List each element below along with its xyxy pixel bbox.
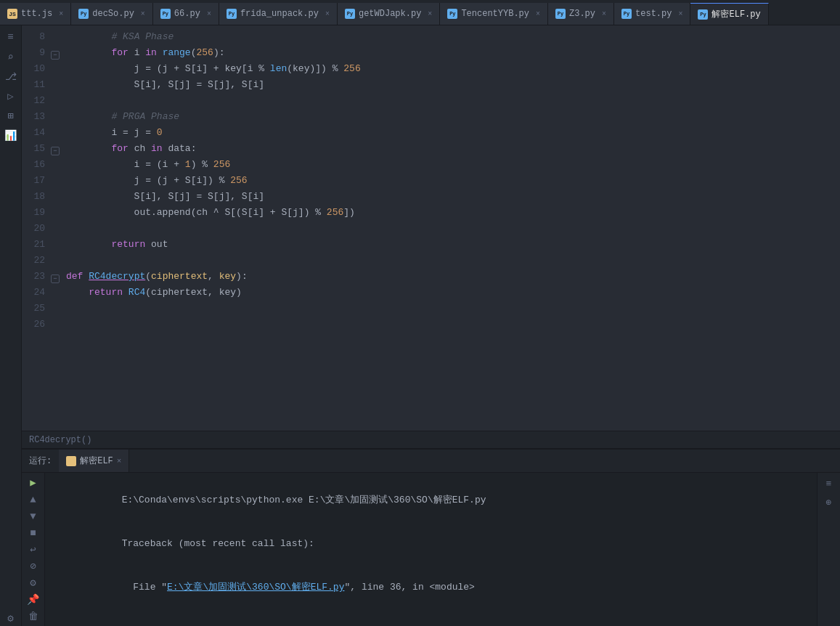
wrap-icon[interactable]: ↩ [26,543,41,556]
activity-icon-search[interactable]: ⌕ [3,49,19,65]
code-line-24: return RC4(ciphertext, key) [66,285,840,301]
line-num-14: 14 [22,125,45,141]
code-line-8: # KSA Phase [66,29,840,45]
tab-close[interactable]: × [207,10,211,18]
line-num-18: 18 [22,189,45,205]
line-numbers: 8 9 10 11 12 13 14 15 16 17 18 19 20 21 [22,29,51,427]
tab-icon-py: Py [345,9,355,19]
code-line-12 [66,93,840,109]
terminal-toolbar: ▶ ▲ ▼ ■ ↩ ⊘ ⚙ 📌 🗑 [22,473,45,626]
tab-icon-py: Py [78,9,89,19]
terminal-body: ▶ ▲ ▼ ■ ↩ ⊘ ⚙ 📌 🗑 E:\Conda\envs\scripts\… [22,473,840,626]
activity-icon-statistics[interactable]: 📊 [3,127,19,143]
side-icon-2[interactable]: ⊕ [822,495,836,510]
tab-icon-py: Py [698,9,708,20]
line-num-22: 22 [22,253,45,269]
tab-label: test.py [635,9,672,19]
terminal-side: ≡ ⊕ [817,473,840,626]
terminal-cmd-line: E:\Conda\envs\scripts\python.exe E:\文章\加… [54,479,808,522]
tab-decrypt-elf[interactable]: Py 解密ELF.py [690,3,768,25]
tab-test-py[interactable]: Py test.py × [614,3,690,25]
tab-66-py[interactable]: Py 66.py × [153,3,219,25]
pin-icon[interactable]: 📌 [26,593,41,606]
breadcrumb-text: RC4decrypt() [29,435,91,445]
tab-label: ttt.js [21,9,52,19]
tab-close[interactable]: × [678,10,682,18]
activity-icon-git[interactable]: ⎇ [3,68,19,84]
tab-close[interactable]: × [59,10,63,18]
tab-label: frida_unpack.py [240,9,319,19]
code-line-26 [66,317,840,333]
terminal-file-line: File "E:\文章\加固测试\360\SO\解密ELF.py", line … [54,566,808,609]
code-line-11: S[i], S[j] = S[j], S[i] [66,77,840,93]
tab-label: 66.py [174,9,200,19]
run-icon[interactable]: ▶ [26,476,41,489]
line-num-20: 20 [22,221,45,237]
tab-decso-py[interactable]: Py decSo.py × [71,3,153,25]
gutter: 8 9 10 11 12 13 14 15 16 17 18 19 20 21 [22,29,62,427]
line-num-16: 16 [22,157,45,173]
terminal-file-link[interactable]: E:\文章\加固测试\360\SO\解密ELF.py [167,582,344,593]
run-tab-close[interactable]: × [117,457,122,466]
settings-icon[interactable]: ⚙ [26,577,41,589]
activity-icon-debug[interactable]: ▷ [3,88,19,104]
scroll-down-icon[interactable]: ▼ [26,510,41,522]
line-num-15: 15 [22,141,45,157]
code-line-25 [66,301,840,317]
fold-btn-9[interactable]: − [51,51,60,60]
code-line-18: S[i], S[j] = S[j], S[i] [66,189,840,205]
run-tab[interactable]: 解密ELF × [59,450,129,472]
line-num-12: 12 [22,93,45,109]
clear-icon[interactable]: ⊘ [26,560,41,572]
line-num-13: 13 [22,109,45,125]
tab-frida-unpack[interactable]: Py frida_unpack.py × [219,3,338,25]
run-tab-icon [66,456,76,466]
tab-icon-js: JS [7,9,17,19]
breadcrumb-bar: RC4decrypt() [22,431,840,448]
terminal-traceback: Traceback (most recent call last): [54,522,808,566]
trash-icon[interactable]: 🗑 [26,610,41,622]
code-area[interactable]: 8 9 10 11 12 13 14 15 16 17 18 19 20 21 [22,25,840,431]
terminal-label: 运行: [22,455,59,467]
tab-close[interactable]: × [141,10,145,18]
tab-close[interactable]: × [428,10,432,18]
tab-tencentyyb[interactable]: Py TencentYYB.py × [440,3,548,25]
tab-ttt-js[interactable]: JS ttt.js × [0,3,71,25]
fold-btn-15[interactable]: − [51,147,60,155]
tab-close[interactable]: × [536,10,540,18]
tab-z3-py[interactable]: Py Z3.py × [548,3,614,25]
activity-icon-files[interactable]: ≡ [3,29,19,45]
terminal-content[interactable]: E:\Conda\envs\scripts\python.exe E:\文章\加… [45,473,817,626]
stop-icon[interactable]: ■ [26,527,41,539]
tab-icon-py: Py [555,9,566,19]
code-line-13: # PRGA Phase [66,109,840,125]
line-num-10: 10 [22,61,45,77]
tab-getwdjapk[interactable]: Py getWDJapk.py × [338,3,440,25]
tab-label: getWDJapk.py [359,9,421,19]
tab-bar: JS ttt.js × Py decSo.py × Py 66.py × Py … [0,0,840,25]
terminal-dec-line: dec_elf = zlib.decompress(bytes(dec_comp… [54,609,808,626]
code-line-22 [66,253,840,269]
activity-icon-bottom[interactable]: ⚙ [3,610,19,626]
scroll-up-icon[interactable]: ▲ [26,493,41,505]
line-num-8: 8 [22,29,45,45]
tab-icon-py: Py [160,9,171,19]
code-line-9: for i in range(256): [66,45,840,61]
line-num-25: 25 [22,301,45,317]
line-num-21: 21 [22,237,45,253]
code-content[interactable]: # KSA Phase for i in range(256): j = (j … [62,29,840,427]
tab-close[interactable]: × [602,10,606,18]
tab-label: Z3.py [569,9,595,19]
run-tab-label: 解密ELF [80,455,113,467]
code-line-15: for ch in data: [66,141,840,157]
tab-label: decSo.py [92,9,134,19]
tab-icon-py: Py [227,9,237,19]
code-line-10: j = (j + S[i] + key[i % len(key)]) % 256 [66,61,840,77]
tab-close[interactable]: × [325,10,330,18]
code-line-21: return out [66,237,840,253]
fold-btn-23[interactable]: − [51,275,60,283]
activity-bar: ≡ ⌕ ⎇ ▷ ⊞ 📊 ⚙ [0,25,22,626]
code-line-20 [66,221,840,237]
activity-icon-extensions[interactable]: ⊞ [3,107,19,123]
side-icon-1[interactable]: ≡ [822,476,836,491]
